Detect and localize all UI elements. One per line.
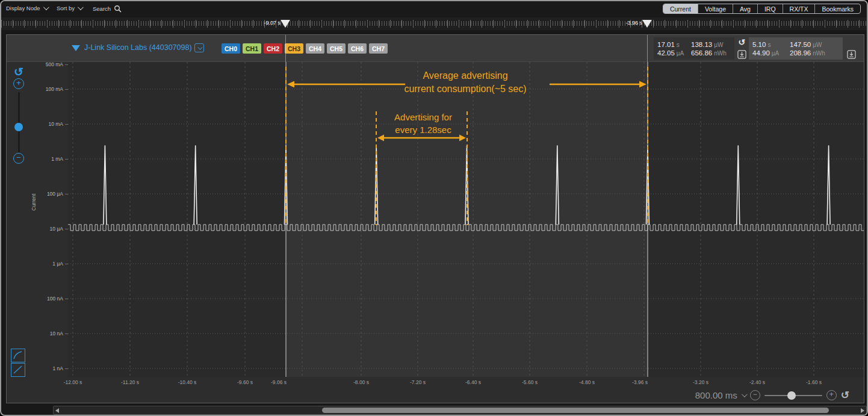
channel-chip-row: CH0 CH1 CH2 CH3 CH4 CH5 CH6 CH7 <box>222 43 388 54</box>
selection-measurements: 5.10s 147.50µW 44.90µA 208.96nWh <box>749 37 843 60</box>
tab-rxtx[interactable]: RX/TX <box>783 4 816 13</box>
scroll-right-icon[interactable] <box>861 408 864 413</box>
cursor-a-line <box>285 35 286 62</box>
window-avg-power: 138.13 <box>691 41 712 48</box>
x-zoom-in-icon[interactable]: + <box>826 390 837 400</box>
window-time: 17.01 <box>657 41 675 48</box>
channel-chip-ch7[interactable]: CH7 <box>369 43 388 54</box>
avg-annotation: Average advertising current consumption(… <box>339 69 592 96</box>
y-tick-label: 10 mA <box>27 121 63 127</box>
chart-header: J-Link Silicon Labs (440307098) CH0 CH1 … <box>7 35 864 62</box>
interval-annotation: Advertising for every 1.28sec <box>372 111 474 136</box>
y-zoom-in-icon[interactable]: + <box>13 78 24 89</box>
export-icon[interactable] <box>737 50 746 59</box>
selection-avg-current: 44.90 <box>752 49 770 57</box>
view-tab-bar: Current Voltage Avg IRQ RX/TX Bookmarks <box>663 4 861 14</box>
y-tick-label: 100 nA <box>27 296 63 302</box>
x-tick-label: -12.00 s <box>64 379 82 385</box>
y-zoom-out-icon[interactable]: − <box>13 153 24 164</box>
collapse-triangle-icon[interactable] <box>72 45 80 51</box>
display-node-label: Display Node <box>6 5 40 11</box>
channel-chip-ch1[interactable]: CH1 <box>243 43 261 54</box>
cursor-b-time-label: -3.96 s <box>618 20 642 26</box>
device-title: J-Link Silicon Labs (440307098) <box>84 43 192 52</box>
selection-actions <box>845 37 857 60</box>
x-tick-label: -10.40 s <box>178 379 197 385</box>
timebase-value[interactable]: 800.00 ms <box>695 390 737 400</box>
sort-by-label: Sort by <box>57 5 75 11</box>
chevron-down-icon <box>43 4 49 10</box>
tab-irq[interactable]: IRQ <box>758 4 783 13</box>
search-icon <box>114 5 122 13</box>
x-tick-label: -7.20 s <box>410 379 426 385</box>
scrollbar-thumb[interactable] <box>322 408 829 413</box>
x-tick-label: -11.20 s <box>121 379 139 385</box>
x-tick-label: -9.06 s <box>271 379 287 385</box>
cursor-a-marker-icon[interactable] <box>281 20 290 28</box>
channel-chip-ch4[interactable]: CH4 <box>306 43 324 54</box>
channel-chip-ch3[interactable]: CH3 <box>285 43 303 54</box>
reset-x-zoom-icon[interactable]: ↺ <box>841 389 849 402</box>
export-icon[interactable] <box>847 50 856 59</box>
cursor-b-line <box>647 35 648 62</box>
tab-current[interactable]: Current <box>663 4 698 13</box>
scroll-left-icon[interactable] <box>55 408 59 413</box>
menu-bar: Display Node Sort by Search Current Volt… <box>1 1 867 17</box>
search-button[interactable]: Search <box>93 5 122 13</box>
channel-chip-ch6[interactable]: CH6 <box>348 43 367 54</box>
tab-avg[interactable]: Avg <box>733 4 758 13</box>
y-tick-label: 10 nA <box>27 331 63 337</box>
channel-chip-ch5[interactable]: CH5 <box>327 43 346 54</box>
log-scale-button[interactable] <box>11 349 25 362</box>
selection-avg-power: 147.50 <box>790 41 811 48</box>
reset-energy-icon[interactable]: ↺ <box>738 38 745 46</box>
x-tick-label: -8.00 s <box>353 379 369 385</box>
window-energy: 656.86 <box>691 49 712 57</box>
x-tick-label: -5.60 s <box>522 379 538 385</box>
y-tick-label: 1 nA <box>27 365 63 371</box>
tab-bookmarks[interactable]: Bookmarks <box>815 4 860 13</box>
time-ruler[interactable]: -9.07 s -3.96 s <box>1 17 867 30</box>
channel-chip-ch2[interactable]: CH2 <box>264 43 282 54</box>
y-zoom-slider-track[interactable] <box>18 92 20 152</box>
x-zoom-slider[interactable] <box>764 391 822 400</box>
current-chart[interactable] <box>68 62 864 377</box>
x-zoom-slider-thumb[interactable] <box>787 391 796 400</box>
linear-scale-button[interactable] <box>11 363 25 377</box>
search-label: Search <box>93 5 111 12</box>
y-tick-label: 100 µA <box>27 191 63 197</box>
log-curve-icon <box>11 349 24 361</box>
device-options-dropdown-icon[interactable] <box>194 43 204 52</box>
x-zoom-out-icon[interactable]: − <box>750 390 760 400</box>
x-tick-label: -3.96 s <box>632 379 648 385</box>
x-tick-label: -2.40 s <box>749 379 765 385</box>
y-tick-label: 1 µA <box>27 261 63 267</box>
linear-line-icon <box>11 364 24 376</box>
x-tick-label: -1.60 s <box>806 379 822 385</box>
reset-y-zoom-icon[interactable]: ↺ <box>14 65 23 79</box>
selection-time: 5.10 <box>752 41 766 48</box>
channel-chip-ch0[interactable]: CH0 <box>222 43 240 54</box>
x-tick-label: -4.80 s <box>579 379 595 385</box>
display-node-menu[interactable]: Display Node <box>6 5 48 11</box>
y-tick-label: 500 mA <box>27 61 63 67</box>
x-tick-label: -9.60 s <box>237 379 253 385</box>
cursor-b-marker-icon[interactable] <box>642 20 652 28</box>
selection-energy: 208.96 <box>790 49 811 57</box>
window-measurements: 17.01s 138.13µW 42.05µA 656.86nWh <box>654 37 734 60</box>
tab-voltage[interactable]: Voltage <box>698 4 733 13</box>
y-tick-label: 1 mA <box>27 156 63 162</box>
y-zoom-slider-thumb[interactable] <box>14 123 23 131</box>
timebase-controls: 800.00 ms − + ↺ <box>695 389 849 402</box>
cursor-a-time-label: -9.07 s <box>256 20 281 26</box>
chevron-down-icon <box>78 4 84 10</box>
chart-panel: J-Link Silicon Labs (440307098) CH0 CH1 … <box>6 34 864 403</box>
measurement-actions: ↺ <box>736 37 748 60</box>
horizontal-scrollbar[interactable] <box>53 406 867 415</box>
y-tick-label: 100 mA <box>27 86 63 92</box>
x-tick-label: -6.40 s <box>465 379 481 385</box>
chevron-down-icon[interactable] <box>742 391 748 397</box>
x-tick-label: -3.20 s <box>693 379 708 385</box>
sort-by-menu[interactable]: Sort by <box>57 5 82 11</box>
window-avg-current: 42.05 <box>657 49 675 57</box>
